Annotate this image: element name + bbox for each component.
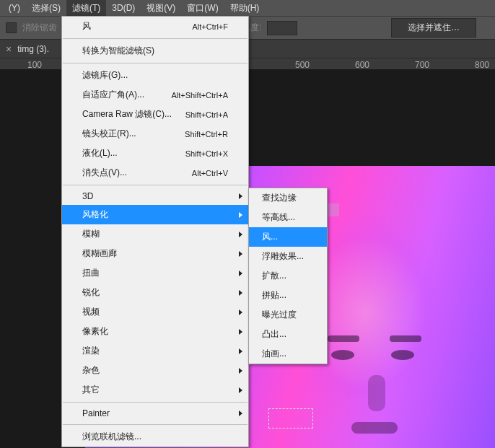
chevron-right-icon	[239, 232, 242, 237]
width-label: 度:	[250, 22, 261, 34]
menu-blur-gallery-group[interactable]: 模糊画廊	[62, 244, 248, 263]
menu-label: 液化(L)...	[82, 147, 118, 159]
submenu-extrude[interactable]: 凸出...	[249, 325, 327, 344]
menubar: (Y) 选择(S) 滤镜(T) 3D(D) 视图(V) 窗口(W) 帮助(H)	[0, 0, 495, 16]
chevron-right-icon	[239, 290, 242, 296]
face-detail	[368, 375, 385, 411]
menu-label: 锐化	[82, 286, 100, 299]
menu-noise-group[interactable]: 杂色	[62, 361, 248, 380]
menu-view[interactable]: 视图(V)	[141, 0, 181, 17]
menu-label: 浏览联机滤镜...	[82, 431, 141, 443]
submenu-wind[interactable]: 风...	[249, 227, 327, 247]
menu-select[interactable]: 选择(S)	[26, 0, 66, 17]
face-detail	[391, 350, 414, 360]
menu-label: 镜头校正(R)...	[82, 128, 136, 140]
submenu-find-edges[interactable]: 查找边缘	[249, 188, 327, 208]
chevron-right-icon	[239, 193, 242, 199]
menu-y[interactable]: (Y)	[3, 1, 26, 15]
menu-help[interactable]: 帮助(H)	[224, 0, 266, 17]
menu-distort-group[interactable]: 扭曲	[62, 263, 248, 283]
menu-label: 渲染	[82, 345, 100, 357]
menu-label: 滤镜库(G)...	[82, 69, 128, 82]
face-detail	[331, 350, 354, 360]
ruler-tick: 600	[355, 60, 369, 70]
menu-painter-group[interactable]: Painter	[62, 405, 248, 422]
menu-convert-smart[interactable]: 转换为智能滤镜(S)	[62, 41, 248, 61]
menu-label: 视频	[82, 306, 100, 318]
menu-camera-raw[interactable]: Camera Raw 滤镜(C)...Shift+Ctrl+A	[62, 105, 248, 124]
menu-separator	[63, 424, 248, 425]
menu-liquify[interactable]: 液化(L)...Shift+Ctrl+X	[62, 144, 248, 163]
submenu-diffuse[interactable]: 扩散...	[249, 266, 327, 286]
tab-label[interactable]: timg (3).	[17, 44, 49, 54]
menu-render-group[interactable]: 渲染	[62, 341, 248, 361]
menu-label: 杂色	[82, 364, 100, 377]
menu-browse-online[interactable]: 浏览联机滤镜...	[62, 427, 248, 447]
filter-dropdown: 风 Alt+Ctrl+F 转换为智能滤镜(S) 滤镜库(G)... 自适应广角(…	[61, 16, 249, 447]
menu-filter-gallery[interactable]: 滤镜库(G)...	[62, 66, 248, 85]
chevron-right-icon	[239, 387, 242, 393]
menu-label: 风格化	[82, 208, 108, 221]
menu-shortcut: Alt+Shift+Ctrl+A	[171, 91, 228, 100]
menu-shortcut: Shift+Ctrl+X	[185, 149, 228, 158]
submenu-contour[interactable]: 等高线...	[249, 208, 327, 227]
chevron-right-icon	[239, 410, 242, 416]
width-input[interactable]	[267, 21, 297, 35]
menu-shortcut: Shift+Ctrl+R	[185, 130, 228, 139]
menu-vanishing[interactable]: 消失点(V)...Alt+Ctrl+V	[62, 163, 248, 183]
selection-marquee[interactable]	[268, 408, 313, 429]
menu-label: 风	[82, 20, 91, 32]
menu-shortcut: Shift+Ctrl+A	[185, 110, 228, 119]
face-detail	[390, 335, 421, 342]
ruler-tick: 100	[27, 60, 42, 70]
submenu-tiles[interactable]: 拼贴...	[249, 286, 327, 305]
menu-other-group[interactable]: 其它	[62, 380, 248, 400]
submenu-solarize[interactable]: 曝光过度	[249, 305, 327, 325]
menu-blur-group[interactable]: 模糊	[62, 224, 248, 244]
menu-stylize-group[interactable]: 风格化	[62, 205, 248, 224]
menu-label: 其它	[82, 384, 100, 396]
menu-label: 像素化	[82, 325, 108, 338]
menu-label: 模糊画廊	[82, 247, 117, 260]
submenu-oil-paint[interactable]: 油画...	[249, 344, 327, 364]
menu-sharpen-group[interactable]: 锐化	[62, 283, 248, 302]
menu-video-group[interactable]: 视频	[62, 302, 248, 322]
chevron-right-icon	[239, 329, 242, 335]
face-detail	[328, 335, 359, 342]
menu-separator	[63, 402, 248, 403]
menu-label: Painter	[82, 408, 110, 418]
menu-separator	[63, 63, 248, 63]
antialias-checkbox[interactable]	[6, 22, 17, 33]
menu-separator	[63, 38, 248, 39]
chevron-right-icon	[239, 368, 242, 374]
menu-lens-correction[interactable]: 镜头校正(R)...Shift+Ctrl+R	[62, 124, 248, 144]
menu-filter[interactable]: 滤镜(T)	[66, 0, 106, 17]
ruler-tick: 800	[475, 60, 489, 70]
menu-3d[interactable]: 3D(D)	[106, 1, 141, 15]
stylize-submenu: 查找边缘 等高线... 风... 浮雕效果... 扩散... 拼贴... 曝光过…	[248, 188, 328, 364]
menu-shortcut: Alt+Ctrl+V	[192, 169, 228, 177]
menu-adaptive-wide[interactable]: 自适应广角(A)...Alt+Shift+Ctrl+A	[62, 85, 248, 105]
chevron-right-icon	[239, 309, 242, 315]
menu-window[interactable]: 窗口(W)	[181, 0, 224, 17]
chevron-right-icon	[239, 251, 242, 257]
face-detail	[351, 422, 398, 434]
menu-label: 转换为智能滤镜(S)	[82, 45, 154, 57]
submenu-emboss[interactable]: 浮雕效果...	[249, 247, 327, 266]
menu-label: 模糊	[82, 228, 100, 240]
ruler-tick: 500	[295, 60, 310, 70]
menu-label: Camera Raw 滤镜(C)...	[82, 108, 172, 120]
menu-pixelate-group[interactable]: 像素化	[62, 322, 248, 341]
menu-label: 消失点(V)...	[82, 167, 127, 179]
antialias-label: 消除锯齿	[22, 22, 57, 34]
chevron-right-icon	[239, 212, 242, 218]
menu-shortcut: Alt+Ctrl+F	[192, 22, 228, 31]
menu-last-filter[interactable]: 风 Alt+Ctrl+F	[62, 17, 248, 36]
chevron-right-icon	[239, 348, 242, 354]
menu-3d-group[interactable]: 3D	[62, 188, 248, 205]
menu-label: 3D	[82, 191, 93, 201]
menu-label: 自适应广角(A)...	[82, 89, 144, 101]
tab-close-icon[interactable]: ×	[6, 43, 12, 55]
menu-label: 扭曲	[82, 267, 100, 279]
select-mask-button[interactable]: 选择并遮住…	[391, 18, 476, 38]
